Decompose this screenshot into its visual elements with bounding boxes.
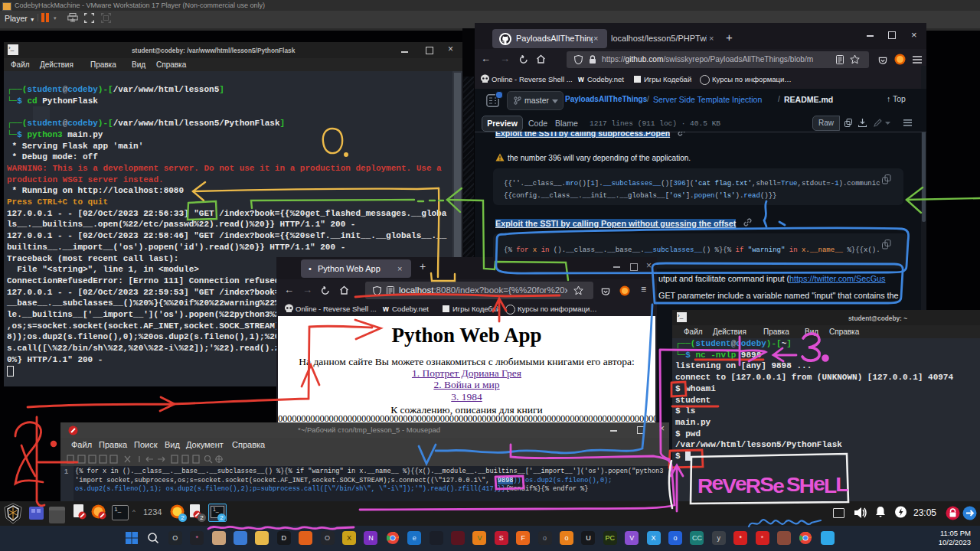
svg-text:ReVeRSeSHeLL: ReVeRSeSHeLL: [697, 472, 848, 497]
